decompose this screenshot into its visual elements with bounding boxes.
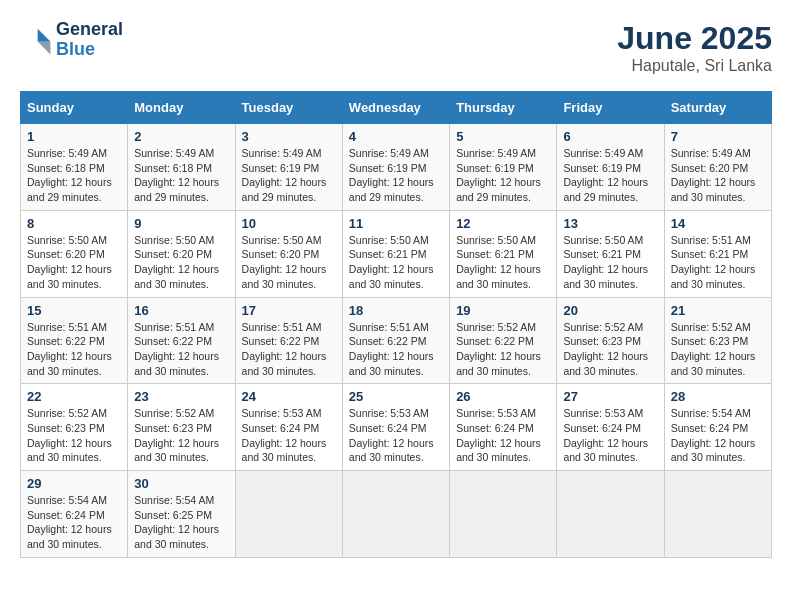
col-sunday: Sunday [21,92,128,124]
calendar-cell: 28Sunrise: 5:54 AM Sunset: 6:24 PM Dayli… [664,384,771,471]
calendar-cell: 22Sunrise: 5:52 AM Sunset: 6:23 PM Dayli… [21,384,128,471]
calendar-cell: 6Sunrise: 5:49 AM Sunset: 6:19 PM Daylig… [557,124,664,211]
day-number: 11 [349,216,443,231]
day-info: Sunrise: 5:49 AM Sunset: 6:19 PM Dayligh… [242,146,336,205]
col-saturday: Saturday [664,92,771,124]
day-info: Sunrise: 5:52 AM Sunset: 6:23 PM Dayligh… [563,320,657,379]
calendar-cell: 4Sunrise: 5:49 AM Sunset: 6:19 PM Daylig… [342,124,449,211]
calendar-cell: 21Sunrise: 5:52 AM Sunset: 6:23 PM Dayli… [664,297,771,384]
day-info: Sunrise: 5:49 AM Sunset: 6:18 PM Dayligh… [134,146,228,205]
day-info: Sunrise: 5:50 AM Sunset: 6:20 PM Dayligh… [134,233,228,292]
day-number: 20 [563,303,657,318]
calendar-week-1: 1Sunrise: 5:49 AM Sunset: 6:18 PM Daylig… [21,124,772,211]
day-number: 17 [242,303,336,318]
calendar-cell: 13Sunrise: 5:50 AM Sunset: 6:21 PM Dayli… [557,210,664,297]
day-number: 14 [671,216,765,231]
day-number: 13 [563,216,657,231]
col-tuesday: Tuesday [235,92,342,124]
day-info: Sunrise: 5:53 AM Sunset: 6:24 PM Dayligh… [242,406,336,465]
calendar-cell [450,471,557,558]
col-monday: Monday [128,92,235,124]
calendar-cell: 5Sunrise: 5:49 AM Sunset: 6:19 PM Daylig… [450,124,557,211]
day-info: Sunrise: 5:49 AM Sunset: 6:19 PM Dayligh… [349,146,443,205]
day-info: Sunrise: 5:49 AM Sunset: 6:20 PM Dayligh… [671,146,765,205]
day-info: Sunrise: 5:53 AM Sunset: 6:24 PM Dayligh… [456,406,550,465]
day-info: Sunrise: 5:52 AM Sunset: 6:23 PM Dayligh… [27,406,121,465]
header-row: Sunday Monday Tuesday Wednesday Thursday… [21,92,772,124]
calendar-cell: 3Sunrise: 5:49 AM Sunset: 6:19 PM Daylig… [235,124,342,211]
calendar-week-5: 29Sunrise: 5:54 AM Sunset: 6:24 PM Dayli… [21,471,772,558]
day-info: Sunrise: 5:54 AM Sunset: 6:25 PM Dayligh… [134,493,228,552]
day-number: 10 [242,216,336,231]
calendar-cell: 12Sunrise: 5:50 AM Sunset: 6:21 PM Dayli… [450,210,557,297]
day-number: 2 [134,129,228,144]
calendar-cell [557,471,664,558]
day-number: 7 [671,129,765,144]
calendar-cell: 27Sunrise: 5:53 AM Sunset: 6:24 PM Dayli… [557,384,664,471]
calendar-cell: 19Sunrise: 5:52 AM Sunset: 6:22 PM Dayli… [450,297,557,384]
day-number: 26 [456,389,550,404]
calendar-cell: 23Sunrise: 5:52 AM Sunset: 6:23 PM Dayli… [128,384,235,471]
calendar-cell: 25Sunrise: 5:53 AM Sunset: 6:24 PM Dayli… [342,384,449,471]
day-info: Sunrise: 5:49 AM Sunset: 6:19 PM Dayligh… [456,146,550,205]
calendar-cell: 2Sunrise: 5:49 AM Sunset: 6:18 PM Daylig… [128,124,235,211]
calendar-cell: 1Sunrise: 5:49 AM Sunset: 6:18 PM Daylig… [21,124,128,211]
day-info: Sunrise: 5:50 AM Sunset: 6:20 PM Dayligh… [27,233,121,292]
day-info: Sunrise: 5:53 AM Sunset: 6:24 PM Dayligh… [563,406,657,465]
day-number: 9 [134,216,228,231]
logo-line2: Blue [56,40,123,60]
day-number: 3 [242,129,336,144]
day-number: 1 [27,129,121,144]
calendar-week-3: 15Sunrise: 5:51 AM Sunset: 6:22 PM Dayli… [21,297,772,384]
calendar-cell [235,471,342,558]
svg-marker-1 [38,41,51,54]
day-number: 4 [349,129,443,144]
day-number: 5 [456,129,550,144]
day-number: 6 [563,129,657,144]
day-number: 19 [456,303,550,318]
day-info: Sunrise: 5:49 AM Sunset: 6:18 PM Dayligh… [27,146,121,205]
calendar-cell [342,471,449,558]
calendar-cell: 24Sunrise: 5:53 AM Sunset: 6:24 PM Dayli… [235,384,342,471]
calendar-week-4: 22Sunrise: 5:52 AM Sunset: 6:23 PM Dayli… [21,384,772,471]
day-info: Sunrise: 5:51 AM Sunset: 6:22 PM Dayligh… [242,320,336,379]
calendar-body: 1Sunrise: 5:49 AM Sunset: 6:18 PM Daylig… [21,124,772,558]
day-info: Sunrise: 5:50 AM Sunset: 6:20 PM Dayligh… [242,233,336,292]
day-info: Sunrise: 5:53 AM Sunset: 6:24 PM Dayligh… [349,406,443,465]
calendar-cell: 16Sunrise: 5:51 AM Sunset: 6:22 PM Dayli… [128,297,235,384]
day-info: Sunrise: 5:50 AM Sunset: 6:21 PM Dayligh… [349,233,443,292]
day-info: Sunrise: 5:52 AM Sunset: 6:23 PM Dayligh… [134,406,228,465]
day-info: Sunrise: 5:54 AM Sunset: 6:24 PM Dayligh… [27,493,121,552]
title-area: June 2025 Haputale, Sri Lanka [617,20,772,75]
day-info: Sunrise: 5:52 AM Sunset: 6:22 PM Dayligh… [456,320,550,379]
day-number: 18 [349,303,443,318]
calendar-table: Sunday Monday Tuesday Wednesday Thursday… [20,91,772,558]
calendar-cell: 8Sunrise: 5:50 AM Sunset: 6:20 PM Daylig… [21,210,128,297]
day-info: Sunrise: 5:50 AM Sunset: 6:21 PM Dayligh… [563,233,657,292]
calendar-cell: 10Sunrise: 5:50 AM Sunset: 6:20 PM Dayli… [235,210,342,297]
day-number: 16 [134,303,228,318]
day-number: 28 [671,389,765,404]
calendar-cell: 9Sunrise: 5:50 AM Sunset: 6:20 PM Daylig… [128,210,235,297]
calendar-cell: 17Sunrise: 5:51 AM Sunset: 6:22 PM Dayli… [235,297,342,384]
logo-line1: General [56,20,123,40]
calendar-subtitle: Haputale, Sri Lanka [617,57,772,75]
day-number: 12 [456,216,550,231]
col-wednesday: Wednesday [342,92,449,124]
calendar-cell: 7Sunrise: 5:49 AM Sunset: 6:20 PM Daylig… [664,124,771,211]
day-info: Sunrise: 5:54 AM Sunset: 6:24 PM Dayligh… [671,406,765,465]
calendar-cell: 14Sunrise: 5:51 AM Sunset: 6:21 PM Dayli… [664,210,771,297]
calendar-cell: 18Sunrise: 5:51 AM Sunset: 6:22 PM Dayli… [342,297,449,384]
calendar-cell: 29Sunrise: 5:54 AM Sunset: 6:24 PM Dayli… [21,471,128,558]
calendar-cell: 30Sunrise: 5:54 AM Sunset: 6:25 PM Dayli… [128,471,235,558]
calendar-cell: 20Sunrise: 5:52 AM Sunset: 6:23 PM Dayli… [557,297,664,384]
day-number: 8 [27,216,121,231]
svg-marker-0 [38,29,51,42]
day-number: 27 [563,389,657,404]
day-number: 21 [671,303,765,318]
day-info: Sunrise: 5:51 AM Sunset: 6:22 PM Dayligh… [349,320,443,379]
calendar-cell: 11Sunrise: 5:50 AM Sunset: 6:21 PM Dayli… [342,210,449,297]
day-info: Sunrise: 5:51 AM Sunset: 6:21 PM Dayligh… [671,233,765,292]
logo-icon [20,24,52,56]
calendar-cell: 15Sunrise: 5:51 AM Sunset: 6:22 PM Dayli… [21,297,128,384]
